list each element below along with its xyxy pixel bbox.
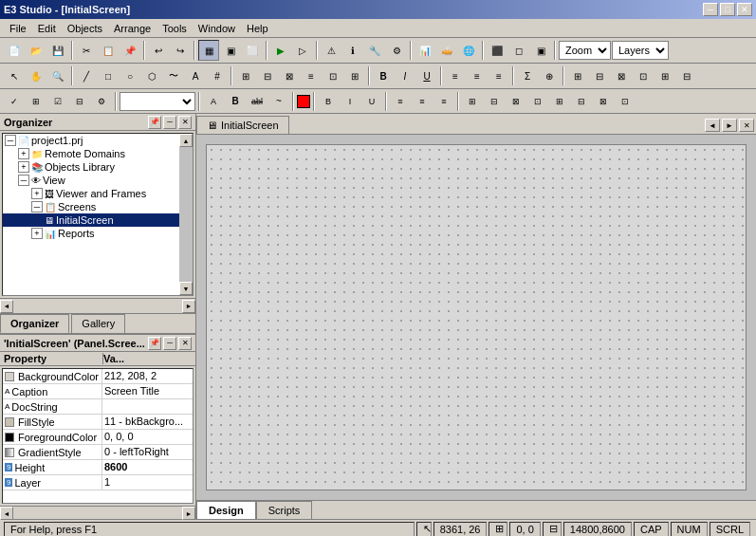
color-misc8[interactable]: ⊡ [615, 91, 636, 112]
align6[interactable]: ⊞ [344, 65, 365, 86]
prop4[interactable]: ⊟ [69, 91, 90, 112]
select3-button[interactable]: ⬜ [242, 40, 263, 61]
organizer-min-button[interactable]: ─ [163, 116, 176, 129]
misc-t1[interactable]: Σ [517, 65, 538, 86]
misc-t3[interactable]: ⊞ [567, 65, 588, 86]
redo-button[interactable]: ↪ [170, 40, 191, 61]
color-misc2[interactable]: ⊟ [484, 91, 505, 112]
undo-button[interactable]: ↩ [148, 40, 169, 61]
zoom-tool[interactable]: 🔍 [47, 65, 68, 86]
tree-expand-view[interactable]: ─ [18, 175, 29, 186]
select2-button[interactable]: ▣ [220, 40, 241, 61]
doc-nav-prev-button[interactable]: ◄ [705, 119, 720, 132]
tab-gallery[interactable]: Gallery [71, 314, 125, 333]
tab-design[interactable]: Design [196, 501, 256, 519]
tree-scrollbar[interactable]: ▲ ▼ [179, 134, 193, 295]
prop-row-docstring[interactable]: A DocString [3, 399, 193, 415]
doc-nav-next-button[interactable]: ► [722, 119, 737, 132]
hand-tool[interactable]: ✋ [26, 65, 46, 86]
zoom-combo[interactable]: Zoom 50% 100% 200% [559, 41, 611, 60]
canvas-inner[interactable] [206, 144, 747, 490]
cut-button[interactable]: ✂ [76, 40, 97, 61]
run-button[interactable]: ▶ [270, 40, 291, 61]
tree-item-project[interactable]: ─ 📄 project1.prj [3, 134, 193, 147]
prop-row-gradientstyle[interactable]: GradientStyle 0 - leftToRight [3, 445, 193, 460]
align2[interactable]: ⊟ [257, 65, 278, 86]
maximize-button[interactable]: □ [720, 3, 735, 16]
font-underline[interactable]: U [416, 65, 437, 86]
props-pin-button[interactable]: 📌 [148, 337, 161, 350]
misc-t2[interactable]: ⊕ [539, 65, 560, 86]
menu-objects[interactable]: Objects [62, 21, 108, 36]
align4[interactable]: ≡ [301, 65, 322, 86]
tree-item-screens[interactable]: ─ 📋 Screens [3, 200, 193, 213]
misc2-button[interactable]: ◻ [508, 40, 529, 61]
color-misc6[interactable]: ⊟ [571, 91, 592, 112]
poly-tool[interactable]: ⬡ [141, 65, 162, 86]
pie-button[interactable]: 🥧 [436, 40, 457, 61]
color-red[interactable] [297, 95, 310, 108]
run2-button[interactable]: ▷ [292, 40, 313, 61]
prop1[interactable]: ✓ [4, 91, 25, 112]
align5[interactable]: ⊡ [323, 65, 343, 86]
tool3-button[interactable]: 🔧 [364, 40, 385, 61]
menu-arrange[interactable]: Arrange [108, 21, 157, 36]
misc-t8[interactable]: ⊟ [676, 65, 697, 86]
warn-button[interactable]: ⚠ [321, 40, 341, 61]
tree-item-objects[interactable]: + 📚 Objects Library [3, 160, 193, 174]
misc-t6[interactable]: ⊡ [633, 65, 654, 86]
align-right[interactable]: ≡ [489, 65, 509, 86]
select-button[interactable]: ▦ [198, 40, 219, 61]
organizer-close-button[interactable]: ✕ [178, 116, 192, 129]
props-close-button[interactable]: ✕ [178, 337, 192, 350]
tree-scroll-right[interactable]: ► [182, 300, 195, 313]
color2[interactable]: I [340, 91, 360, 112]
menu-tools[interactable]: Tools [157, 21, 193, 36]
color-misc4[interactable]: ⊡ [527, 91, 548, 112]
fill3[interactable]: ≡ [433, 91, 454, 112]
tree-expand-reports[interactable]: + [31, 228, 43, 239]
props-scroll-right[interactable]: ► [182, 507, 195, 520]
color-misc5[interactable]: ⊞ [549, 91, 570, 112]
menu-edit[interactable]: Edit [32, 21, 62, 36]
tree-expand-objects[interactable]: + [18, 161, 29, 173]
prop3[interactable]: ☑ [47, 91, 68, 112]
menu-file[interactable]: File [4, 21, 32, 36]
tree-scroll-left[interactable]: ◄ [0, 300, 13, 313]
organizer-pin-button[interactable]: 📌 [148, 116, 161, 129]
tree-expand-screens[interactable]: ─ [31, 201, 43, 213]
font-bold2[interactable]: B [225, 91, 246, 112]
props-scroll-left[interactable]: ◄ [0, 507, 13, 520]
align-center[interactable]: ≡ [467, 65, 488, 86]
prop2[interactable]: ⊞ [26, 91, 46, 112]
tree-item-remote[interactable]: + 📁 Remote Domains [3, 147, 193, 160]
font-bold[interactable]: B [373, 65, 394, 86]
curve-tool[interactable]: 〜 [163, 65, 184, 86]
paste-button[interactable]: 📌 [120, 40, 140, 61]
tab-scripts[interactable]: Scripts [256, 501, 313, 519]
scroll-down-button[interactable]: ▼ [179, 282, 193, 295]
tree-item-view[interactable]: ─ 👁 View [3, 174, 193, 187]
minimize-button[interactable]: ─ [703, 3, 718, 16]
menu-help[interactable]: Help [241, 21, 274, 36]
new-button[interactable]: 📄 [4, 40, 25, 61]
props-min-button[interactable]: ─ [163, 337, 176, 350]
prop5[interactable]: ⚙ [91, 91, 112, 112]
align-left[interactable]: ≡ [445, 65, 466, 86]
ellipse-tool[interactable]: ○ [120, 65, 140, 86]
tree-expand-project[interactable]: ─ [5, 135, 16, 146]
font-italic[interactable]: I [395, 65, 415, 86]
scroll-up-button[interactable]: ▲ [179, 134, 193, 147]
align1[interactable]: ⊞ [235, 65, 256, 86]
save-button[interactable]: 💾 [47, 40, 68, 61]
layers-combo[interactable]: Layers [612, 41, 669, 60]
tab-organizer[interactable]: Organizer [0, 314, 69, 333]
prop-row-bgcolor[interactable]: BackgroundColor 212, 208, 2 [3, 369, 193, 384]
font-size-btn[interactable]: A [203, 91, 224, 112]
doc-tab-initialscreen[interactable]: 🖥 InitialScreen [196, 116, 289, 134]
prop-row-caption[interactable]: A Caption Screen Title [3, 384, 193, 399]
tree-item-viewer[interactable]: + 🖼 Viewer and Frames [3, 187, 193, 200]
prop-row-height[interactable]: 9 Height 8600 [3, 460, 193, 475]
net-button[interactable]: 🌐 [458, 40, 479, 61]
align3[interactable]: ⊠ [279, 65, 300, 86]
